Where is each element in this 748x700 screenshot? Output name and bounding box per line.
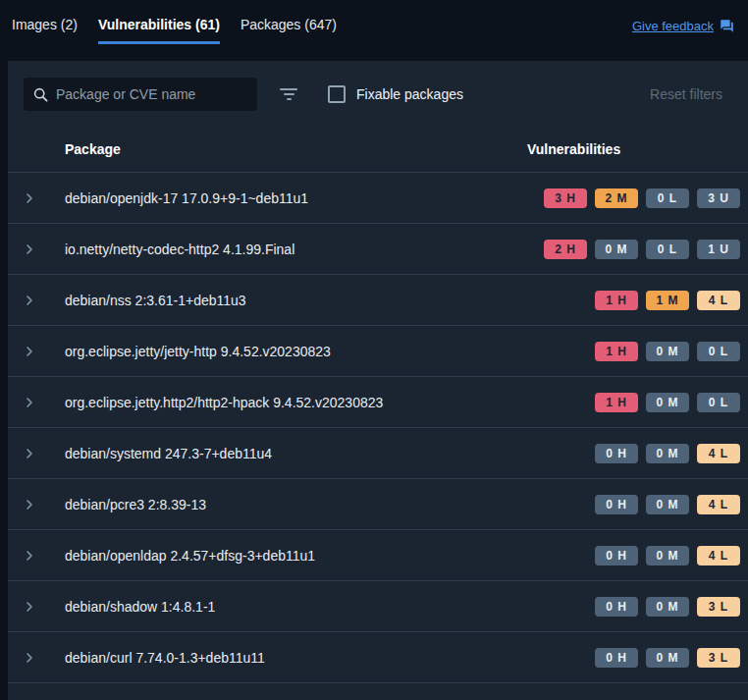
row-expand-cell[interactable] (8, 397, 35, 408)
severity-badge-u: 3 U (697, 188, 740, 208)
row-expand-cell[interactable] (8, 652, 35, 664)
severity-badge-l: 0 L (697, 342, 740, 361)
column-header-package: Package (8, 141, 527, 157)
chevron-right-icon (24, 346, 35, 357)
tab-packages[interactable]: Packages (647) (240, 0, 337, 44)
severity-badges: 2 H0 M0 L1 U (527, 240, 748, 259)
chevron-right-icon (24, 192, 35, 204)
filter-icon[interactable] (279, 85, 298, 103)
severity-badge-l: 4 L (697, 291, 740, 310)
chevron-right-icon (24, 295, 35, 306)
chevron-right-icon (24, 243, 35, 255)
package-name: debian/nss 2:3.61-1+deb11u3 (35, 293, 527, 308)
severity-badge-m: 0 M (646, 393, 689, 412)
severity-badge-h: 0 H (595, 444, 638, 463)
table-row[interactable]: debian/nss 2:3.61-1+deb11u3 1 H1 M4 L (8, 274, 748, 325)
table-row[interactable]: org.eclipse.jetty/jetty-http 9.4.52.v202… (8, 325, 748, 376)
chevron-right-icon (24, 652, 35, 664)
give-feedback: Give feedback (632, 0, 734, 33)
severity-badge-h: 1 H (595, 342, 638, 361)
severity-badge-l: 0 L (646, 240, 689, 259)
severity-badge-h: 1 H (595, 291, 638, 310)
reset-filters-button[interactable]: Reset filters (650, 86, 722, 102)
severity-badge-m: 2 M (595, 188, 638, 208)
severity-badge-l: 3 L (697, 648, 740, 668)
severity-badge-m: 0 M (646, 546, 689, 565)
package-name: debian/curl 7.74.0-1.3+deb11u11 (35, 650, 527, 666)
top-tab-bar: Images (2) Vulnerabilities (61) Packages… (0, 0, 748, 61)
table-row[interactable]: debian/pcre3 2:8.39-13 0 H0 M4 L (8, 478, 748, 529)
chevron-right-icon (24, 601, 35, 613)
severity-badges: 1 H1 M4 L (527, 291, 748, 310)
partial-next-row (8, 682, 748, 700)
tab-images[interactable]: Images (2) (12, 0, 78, 44)
tab-vulnerabilities[interactable]: Vulnerabilities (61) (98, 0, 220, 44)
table-row[interactable]: debian/openjdk-17 17.0.9+9-1~deb11u1 3 H… (8, 172, 748, 223)
package-name: org.eclipse.jetty.http2/http2-hpack 9.4.… (35, 395, 527, 410)
package-name: debian/openjdk-17 17.0.9+9-1~deb11u1 (35, 190, 527, 206)
chevron-right-icon (24, 397, 35, 408)
table-body: debian/openjdk-17 17.0.9+9-1~deb11u1 3 H… (8, 172, 748, 700)
row-expand-cell[interactable] (8, 243, 35, 255)
severity-badge-m: 0 M (646, 444, 689, 463)
severity-badge-m: 0 M (646, 648, 689, 668)
severity-badge-m: 0 M (646, 597, 689, 617)
chevron-right-icon (24, 499, 35, 511)
severity-badge-m: 0 M (595, 240, 638, 259)
fixable-packages-checkbox[interactable] (328, 85, 346, 103)
severity-badge-h: 2 H (544, 240, 587, 259)
severity-badge-l: 0 L (697, 393, 740, 412)
row-expand-cell[interactable] (8, 499, 35, 511)
severity-badge-m: 0 M (646, 342, 689, 361)
table-row[interactable]: debian/openldap 2.4.57+dfsg-3+deb11u1 0 … (8, 529, 748, 580)
severity-badge-h: 3 H (544, 188, 587, 208)
package-name: debian/systemd 247.3-7+deb11u4 (35, 446, 527, 461)
row-expand-cell[interactable] (8, 192, 35, 204)
chevron-right-icon (24, 550, 35, 562)
row-expand-cell[interactable] (8, 550, 35, 562)
severity-badges: 0 H0 M3 L (527, 648, 748, 668)
severity-badge-l: 4 L (697, 546, 740, 565)
severity-badges: 0 H0 M4 L (527, 495, 748, 514)
severity-badge-m: 0 M (646, 495, 689, 514)
severity-badge-h: 0 H (595, 648, 638, 668)
column-header-vulnerabilities: Vulnerabilities (527, 141, 748, 157)
row-expand-cell[interactable] (8, 448, 35, 459)
table-row[interactable]: org.eclipse.jetty.http2/http2-hpack 9.4.… (8, 376, 748, 427)
package-name: org.eclipse.jetty/jetty-http 9.4.52.v202… (35, 344, 527, 359)
row-expand-cell[interactable] (8, 295, 35, 306)
feedback-chat-icon (720, 19, 734, 33)
chevron-right-icon (24, 448, 35, 459)
severity-badge-l: 3 L (697, 597, 740, 617)
row-expand-cell[interactable] (8, 346, 35, 357)
table-row[interactable]: debian/curl 7.74.0-1.3+deb11u11 0 H0 M3 … (8, 631, 748, 682)
severity-badges: 0 H0 M4 L (527, 444, 748, 463)
table-row[interactable]: io.netty/netty-codec-http2 4.1.99.Final … (8, 223, 748, 274)
table-header: Package Vulnerabilities (8, 127, 748, 172)
search-box[interactable] (24, 78, 257, 111)
severity-badge-h: 0 H (595, 597, 638, 617)
severity-badge-l: 4 L (697, 495, 740, 514)
package-name: debian/openldap 2.4.57+dfsg-3+deb11u1 (35, 548, 527, 564)
package-name: debian/pcre3 2:8.39-13 (35, 497, 527, 512)
give-feedback-link[interactable]: Give feedback (632, 19, 714, 33)
fixable-packages-label[interactable]: Fixable packages (356, 86, 463, 102)
vulnerabilities-panel: Fixable packages Reset filters Package V… (8, 61, 748, 700)
severity-badges: 0 H0 M3 L (527, 597, 748, 617)
package-name: debian/shadow 1:4.8.1-1 (35, 599, 527, 615)
severity-badges: 3 H2 M0 L3 U (527, 188, 748, 208)
severity-badges: 1 H0 M0 L (527, 342, 748, 361)
search-icon (33, 87, 48, 102)
severity-badge-u: 1 U (697, 240, 740, 259)
search-input[interactable] (56, 86, 247, 102)
severity-badge-h: 0 H (595, 546, 638, 565)
table-row[interactable]: debian/shadow 1:4.8.1-1 0 H0 M3 L (8, 580, 748, 631)
severity-badges: 1 H0 M0 L (527, 393, 748, 412)
severity-badge-l: 0 L (646, 188, 689, 208)
severity-badge-h: 0 H (595, 495, 638, 514)
table-row[interactable]: debian/systemd 247.3-7+deb11u4 0 H0 M4 L (8, 427, 748, 478)
severity-badge-h: 1 H (595, 393, 638, 412)
severity-badge-l: 4 L (697, 444, 740, 463)
row-expand-cell[interactable] (8, 601, 35, 613)
filter-row: Fixable packages Reset filters (8, 61, 748, 127)
